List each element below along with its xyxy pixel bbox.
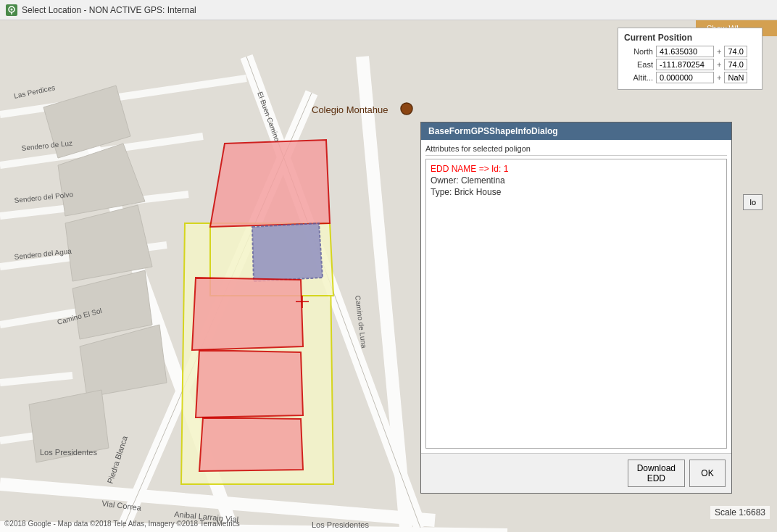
- current-position-panel: Current Position North 41.635030 + 74.0 …: [618, 28, 763, 90]
- north-value2: 74.0: [724, 46, 747, 57]
- north-plus: +: [717, 47, 721, 56]
- shape-info-dialog: BaseFormGPSShapeInfoDialog Attributes fo…: [420, 122, 732, 494]
- altitude-plus: +: [717, 73, 721, 82]
- east-value: -111.870254: [656, 59, 714, 70]
- download-edd-button[interactable]: Download EDD: [628, 460, 685, 487]
- polygon-2[interactable]: [192, 278, 303, 350]
- altitude-value: 0.000000: [656, 72, 714, 83]
- owner-line: Owner: Clementina: [431, 175, 722, 186]
- altitude-label: Altit...: [624, 73, 653, 82]
- svg-text:Los Presidentes: Los Presidentes: [40, 448, 97, 457]
- app-icon: [6, 4, 17, 16]
- attributes-label: Attributes for selected poligon: [425, 144, 727, 156]
- svg-text:Los Presidentes: Los Presidentes: [312, 520, 369, 529]
- svg-point-29: [401, 103, 412, 115]
- ok-button[interactable]: OK: [689, 460, 726, 487]
- east-value2: 74.0: [724, 59, 747, 70]
- current-position-title: Current Position: [624, 33, 756, 43]
- polygon-3[interactable]: [196, 350, 303, 417]
- copyright-text: ©2018 Google - Map data ©2018 Tele Atlas…: [4, 520, 240, 528]
- east-plus: +: [717, 60, 721, 69]
- edd-name: EDD NAME => Id: 1: [431, 164, 722, 174]
- lo-button[interactable]: lo: [743, 194, 763, 210]
- polygon-4[interactable]: [199, 417, 303, 471]
- north-value: 41.635030: [656, 46, 714, 57]
- altitude-value2: NaN: [724, 72, 747, 83]
- svg-line-9: [0, 528, 507, 532]
- east-label: East: [624, 60, 653, 69]
- svg-text:Colegio Montahue: Colegio Montahue: [312, 104, 388, 115]
- type-line: Type: Brick House: [431, 187, 722, 197]
- dialog-footer: Download EDD OK: [421, 453, 731, 493]
- dialog-titlebar: BaseFormGPSShapeInfoDialog: [421, 122, 731, 140]
- scale-bar: Scale 1:6683: [710, 506, 770, 519]
- svg-point-2: [11, 8, 13, 10]
- polygon-1[interactable]: [210, 140, 330, 227]
- north-label: North: [624, 47, 653, 56]
- map-area[interactable]: Colegio Montahue Las Perdices Sendero de…: [0, 20, 777, 532]
- dialog-body: Attributes for selected poligon EDD NAME…: [421, 140, 731, 453]
- attributes-box: EDD NAME => Id: 1 Owner: Clementina Type…: [425, 159, 727, 449]
- polygon-selected[interactable]: [252, 223, 323, 281]
- window-title: Select Location - NON ACTIVE GPS: Intern…: [22, 5, 196, 15]
- titlebar: Select Location - NON ACTIVE GPS: Intern…: [0, 0, 777, 20]
